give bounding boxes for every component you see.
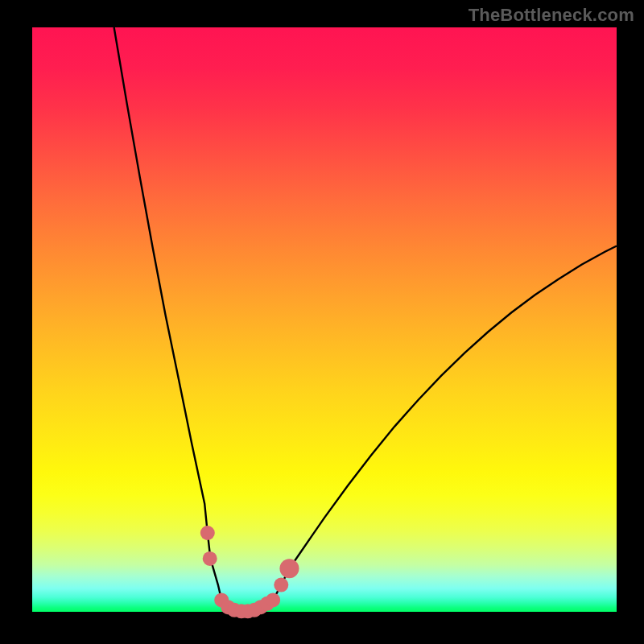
curve-group [114, 27, 617, 611]
outer-frame: TheBottleneck.com [0, 0, 644, 644]
chart-svg [32, 27, 617, 612]
bottleneck-curve [114, 27, 617, 611]
watermark-text: TheBottleneck.com [469, 5, 634, 26]
plot-area [32, 27, 617, 612]
data-point [274, 578, 288, 592]
data-point [266, 592, 280, 607]
data-point [203, 551, 217, 566]
data-point [200, 526, 215, 540]
data-point [279, 559, 299, 578]
